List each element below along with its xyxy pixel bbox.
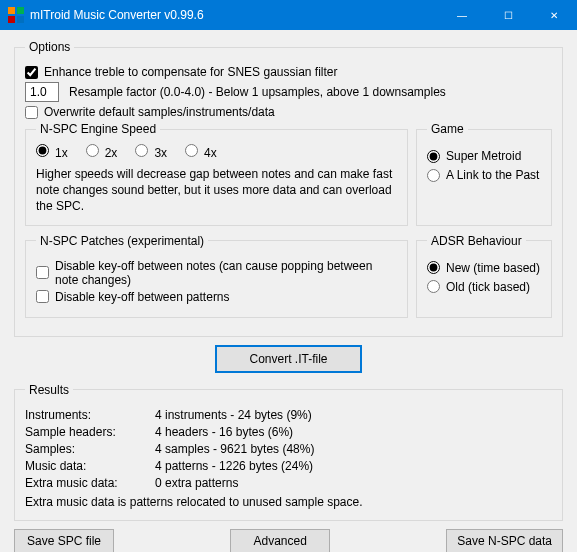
options-group: Options Enhance treble to compensate for… [14, 40, 563, 337]
game-alttp-radio[interactable] [427, 169, 440, 182]
convert-button[interactable]: Convert .IT-file [215, 345, 361, 373]
engine-speed-2x[interactable]: 2x [86, 144, 118, 160]
engine-speed-1x-radio[interactable] [36, 144, 49, 157]
footer-buttons: Save SPC file Advanced Save N-SPC data [14, 529, 563, 552]
close-button[interactable]: ✕ [531, 0, 577, 30]
overwrite-row[interactable]: Overwrite default samples/instruments/da… [25, 105, 552, 119]
engine-speed-options: 1x 2x 3x 4x [36, 144, 397, 160]
game-legend: Game [427, 122, 468, 136]
titlebar: mITroid Music Converter v0.99.6 — ☐ ✕ [0, 0, 577, 30]
results-row-music-data: Music data:4 patterns - 1226 bytes (24%) [25, 459, 552, 473]
engine-speed-1x[interactable]: 1x [36, 144, 68, 160]
adsr-legend: ADSR Behaviour [427, 234, 526, 248]
engine-speed-3x-radio[interactable] [135, 144, 148, 157]
resample-input[interactable] [25, 82, 59, 102]
engine-speed-hint: Higher speeds will decrease gap between … [36, 166, 397, 215]
advanced-button[interactable]: Advanced [230, 529, 330, 552]
save-nspc-button[interactable]: Save N-SPC data [446, 529, 563, 552]
results-row-samples: Samples:4 samples - 9621 bytes (48%) [25, 442, 552, 456]
enhance-treble-row[interactable]: Enhance treble to compensate for SNES ga… [25, 65, 552, 79]
app-icon [8, 7, 24, 23]
disable-keyoff-patterns-checkbox[interactable] [36, 290, 49, 303]
resample-label: Resample factor (0.0-4.0) - Below 1 upsa… [69, 85, 446, 99]
disable-keyoff-notes-checkbox[interactable] [36, 266, 49, 279]
window-title: mITroid Music Converter v0.99.6 [30, 8, 439, 22]
client-area: Options Enhance treble to compensate for… [0, 30, 577, 552]
save-spc-button[interactable]: Save SPC file [14, 529, 114, 552]
engine-speed-2x-radio[interactable] [86, 144, 99, 157]
maximize-button[interactable]: ☐ [485, 0, 531, 30]
engine-speed-group: N-SPC Engine Speed 1x 2x 3x 4x Higher sp… [25, 122, 408, 226]
disable-keyoff-notes[interactable]: Disable key-off between notes (can cause… [36, 259, 397, 287]
adsr-new[interactable]: New (time based) [427, 261, 541, 275]
disable-keyoff-patterns[interactable]: Disable key-off between patterns [36, 290, 397, 304]
patches-group: N-SPC Patches (experimental) Disable key… [25, 234, 408, 318]
adsr-group: ADSR Behaviour New (time based) Old (tic… [416, 234, 552, 318]
adsr-new-radio[interactable] [427, 261, 440, 274]
results-group: Results Instruments:4 instruments - 24 b… [14, 383, 563, 521]
results-note: Extra music data is patterns relocated t… [25, 494, 552, 510]
engine-speed-4x[interactable]: 4x [185, 144, 217, 160]
engine-speed-4x-radio[interactable] [185, 144, 198, 157]
enhance-treble-label: Enhance treble to compensate for SNES ga… [44, 65, 338, 79]
results-row-sample-headers: Sample headers:4 headers - 16 bytes (6%) [25, 425, 552, 439]
game-super-metroid[interactable]: Super Metroid [427, 149, 541, 163]
enhance-treble-checkbox[interactable] [25, 66, 38, 79]
adsr-old[interactable]: Old (tick based) [427, 280, 541, 294]
game-alttp[interactable]: A Link to the Past [427, 168, 541, 182]
overwrite-label: Overwrite default samples/instruments/da… [44, 105, 275, 119]
overwrite-checkbox[interactable] [25, 106, 38, 119]
patches-legend: N-SPC Patches (experimental) [36, 234, 208, 248]
results-row-extra-music: Extra music data:0 extra patterns [25, 476, 552, 490]
game-group: Game Super Metroid A Link to the Past [416, 122, 552, 226]
options-legend: Options [25, 40, 74, 54]
results-row-instruments: Instruments:4 instruments - 24 bytes (9%… [25, 408, 552, 422]
results-legend: Results [25, 383, 73, 397]
engine-speed-legend: N-SPC Engine Speed [36, 122, 160, 136]
engine-speed-3x[interactable]: 3x [135, 144, 167, 160]
minimize-button[interactable]: — [439, 0, 485, 30]
resample-row: Resample factor (0.0-4.0) - Below 1 upsa… [25, 82, 552, 102]
game-super-metroid-radio[interactable] [427, 150, 440, 163]
adsr-old-radio[interactable] [427, 280, 440, 293]
